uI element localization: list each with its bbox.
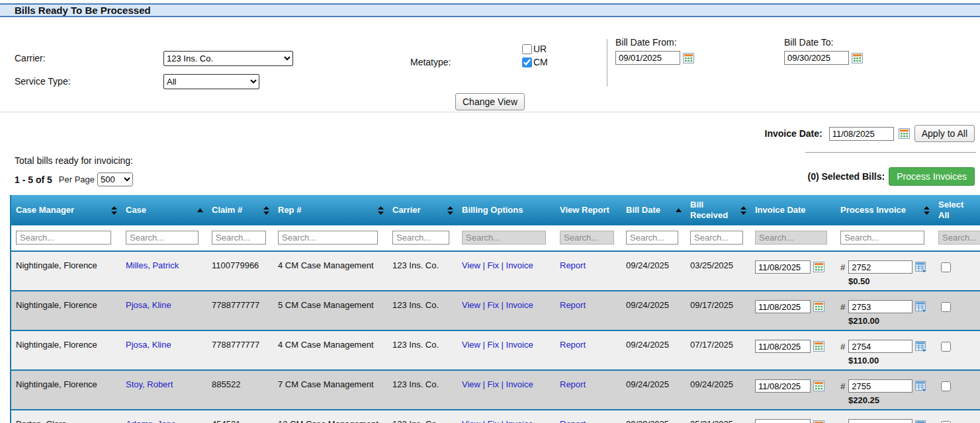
column-header-case-manager[interactable]: Case Manager [11, 195, 121, 225]
row-invoice-date-input[interactable] [755, 379, 811, 393]
process-invoice-icon[interactable] [915, 301, 928, 313]
search-input-claim[interactable] [212, 231, 266, 245]
report-link[interactable]: Report [560, 340, 586, 350]
cell-rep: 4 CM Case Management [273, 330, 388, 370]
column-header-bill-date[interactable]: Bill Date [621, 195, 686, 225]
change-view-button[interactable]: Change View [455, 93, 525, 110]
column-header-rep[interactable]: Rep # [273, 195, 388, 225]
sort-both-icon[interactable] [263, 206, 269, 215]
invoice-link[interactable]: Invoice [506, 260, 533, 270]
report-link[interactable]: Report [560, 419, 586, 423]
search-input-bill-date[interactable] [626, 231, 678, 245]
report-link[interactable]: Report [560, 379, 586, 389]
fix-link[interactable]: Fix [488, 419, 499, 423]
column-header-carrier[interactable]: Carrier [388, 195, 457, 225]
process-invoice-icon[interactable] [915, 420, 928, 423]
invoice-number-input[interactable] [848, 340, 913, 353]
search-input-case-manager[interactable] [16, 231, 111, 245]
fix-link[interactable]: Fix [488, 300, 499, 310]
report-link[interactable]: Report [560, 300, 586, 310]
service-type-select[interactable]: All [163, 74, 259, 89]
calendar-icon[interactable] [899, 128, 910, 139]
row-invoice-date-input[interactable] [755, 260, 811, 274]
case-link[interactable]: Milles, Patrick [126, 260, 179, 270]
search-input-rep[interactable] [278, 231, 378, 245]
sort-asc-icon[interactable] [197, 208, 203, 212]
bill-date-to-input[interactable] [784, 51, 849, 65]
fix-link[interactable]: Fix [488, 260, 499, 270]
cell-claim: 1100779966 [207, 251, 273, 291]
column-header-process-invoice[interactable]: Process Invoice [836, 195, 934, 225]
search-input-carrier[interactable] [392, 231, 449, 245]
column-header-case[interactable]: Case [121, 195, 207, 225]
calendar-icon[interactable] [813, 381, 824, 391]
metatype-option-cm[interactable]: CM [522, 57, 548, 67]
view-link[interactable]: View [462, 340, 480, 350]
search-input-process-invoice[interactable] [840, 231, 924, 245]
cell-case: Adams, Jane [121, 410, 207, 423]
row-select-checkbox[interactable] [941, 342, 951, 352]
column-header-claim[interactable]: Claim # [207, 195, 273, 225]
cell-bill-received: 03/25/2025 [686, 251, 750, 291]
row-select-checkbox[interactable] [941, 302, 951, 312]
calendar-icon[interactable] [813, 341, 824, 352]
cell-case-manager: Nightingale, Florence [11, 291, 121, 330]
sort-asc-icon[interactable] [676, 208, 682, 212]
search-input-view-report [560, 231, 614, 245]
calendar-icon[interactable] [683, 53, 694, 63]
case-link[interactable]: Pjosa, Kline [126, 340, 171, 350]
cell-case: Milles, Patrick [121, 251, 207, 291]
view-link[interactable]: View [462, 300, 480, 310]
calendar-icon[interactable] [813, 301, 824, 312]
bill-date-from-label: Bill Date From: [615, 37, 694, 48]
process-invoices-button[interactable]: Process Invoices [889, 167, 975, 186]
calendar-icon[interactable] [813, 262, 824, 272]
process-invoice-icon[interactable] [915, 381, 928, 392]
invoice-number-input[interactable] [848, 300, 913, 313]
cell-carrier: 123 Ins. Co. [388, 251, 457, 291]
column-header-bill-received[interactable]: Bill Received [686, 195, 750, 225]
row-invoice-date-input[interactable] [755, 300, 811, 313]
sort-both-icon[interactable] [924, 206, 930, 215]
invoice-link[interactable]: Invoice [506, 340, 533, 350]
search-input-bill-received[interactable] [690, 231, 743, 245]
metatype-option-ur[interactable]: UR [522, 44, 548, 54]
invoice-link[interactable]: Invoice [506, 300, 533, 310]
row-invoice-date-input[interactable] [755, 340, 811, 353]
case-link[interactable]: Adams, Jane [126, 419, 176, 423]
process-invoice-icon[interactable] [915, 341, 928, 352]
column-label: Case [126, 205, 146, 215]
ur-checkbox[interactable] [522, 44, 532, 54]
invoice-number-input[interactable] [848, 379, 913, 393]
carrier-select[interactable]: 123 Ins. Co. [163, 51, 293, 66]
case-link[interactable]: Stoy, Robert [126, 379, 173, 389]
invoice-link[interactable]: Invoice [506, 379, 533, 389]
fix-link[interactable]: Fix [488, 340, 499, 350]
sort-both-icon[interactable] [740, 206, 746, 215]
bill-date-from-input[interactable] [615, 51, 680, 65]
sort-both-icon[interactable] [447, 206, 453, 215]
report-link[interactable]: Report [560, 260, 586, 270]
cm-checkbox[interactable] [522, 58, 532, 67]
cell-case-manager: Nightingale, Florence [11, 251, 121, 291]
search-input-case[interactable] [126, 231, 199, 245]
per-page-select[interactable]: 500 [97, 173, 133, 186]
case-link[interactable]: Pjosa, Kline [126, 300, 171, 310]
view-link[interactable]: View [462, 379, 480, 389]
invoice-number-input[interactable] [848, 419, 913, 423]
process-invoice-icon[interactable] [915, 262, 928, 273]
invoice-number-input[interactable] [848, 260, 913, 274]
invoice-link[interactable]: Invoice [506, 419, 533, 423]
invoice-date-input[interactable] [829, 127, 894, 141]
sort-both-icon[interactable] [111, 206, 117, 215]
row-select-checkbox[interactable] [941, 381, 951, 391]
apply-to-all-button[interactable]: Apply to All [914, 125, 975, 142]
fix-link[interactable]: Fix [488, 379, 499, 389]
row-select-checkbox[interactable] [941, 262, 951, 272]
calendar-icon[interactable] [813, 420, 824, 423]
row-invoice-date-input[interactable] [755, 419, 811, 423]
sort-both-icon[interactable] [378, 206, 384, 215]
view-link[interactable]: View [462, 260, 480, 270]
calendar-icon[interactable] [852, 53, 863, 63]
view-link[interactable]: View [462, 419, 480, 423]
